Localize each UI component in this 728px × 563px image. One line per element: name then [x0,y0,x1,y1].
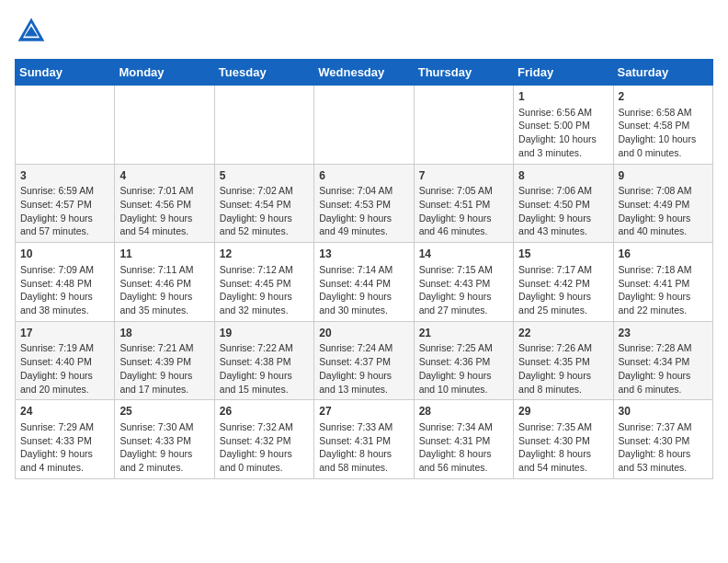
day-info: Sunset: 4:30 PM [619,434,708,448]
calendar-cell: 14Sunrise: 7:15 AMSunset: 4:43 PMDayligh… [414,243,513,322]
day-info: Sunset: 4:31 PM [319,434,408,448]
day-info: Sunset: 4:30 PM [518,434,608,448]
day-info: Daylight: 9 hours and 54 minutes. [119,212,209,238]
calendar-cell: 8Sunrise: 7:06 AMSunset: 4:50 PMDaylight… [514,164,613,243]
day-number: 20 [319,326,408,341]
day-info: Sunrise: 7:11 AM [119,263,209,277]
calendar-cell: 21Sunrise: 7:25 AMSunset: 4:36 PMDayligh… [414,321,513,400]
day-info: Sunset: 4:48 PM [20,277,109,291]
calendar-cell: 18Sunrise: 7:21 AMSunset: 4:39 PMDayligh… [115,321,214,400]
day-info: Sunset: 4:37 PM [319,355,408,369]
day-info: Sunset: 4:39 PM [119,355,209,369]
day-info: Sunrise: 7:33 AM [319,420,408,434]
day-info: Sunrise: 7:28 AM [619,341,708,355]
calendar-cell: 15Sunrise: 7:17 AMSunset: 4:42 PMDayligh… [514,243,613,322]
day-info: Sunrise: 7:32 AM [220,420,309,434]
day-info: Sunset: 4:33 PM [119,434,209,448]
calendar-cell: 5Sunrise: 7:02 AMSunset: 4:54 PMDaylight… [214,164,313,243]
day-info: Daylight: 9 hours and 57 minutes. [20,212,109,238]
day-info: Daylight: 9 hours and 46 minutes. [419,212,508,238]
day-info: Daylight: 8 hours and 53 minutes. [619,447,708,474]
day-info: Sunset: 4:57 PM [20,198,109,212]
calendar-cell: 6Sunrise: 7:04 AMSunset: 4:53 PMDaylight… [314,164,414,243]
day-info: Daylight: 9 hours and 13 minutes. [319,369,408,396]
day-number: 1 [518,89,608,105]
page-header [15,15,713,48]
calendar-cell [414,86,513,165]
day-info: Sunset: 4:41 PM [619,277,708,291]
day-info: Sunset: 5:00 PM [518,119,608,132]
calendar-cell: 4Sunrise: 7:01 AMSunset: 4:56 PMDaylight… [115,164,214,243]
col-header-saturday: Saturday [613,60,712,86]
day-info: Sunset: 4:53 PM [319,198,408,212]
day-info: Sunrise: 7:37 AM [619,420,708,434]
day-info: Sunrise: 7:15 AM [419,263,508,277]
day-info: Sunrise: 7:04 AM [319,184,408,198]
day-info: Sunrise: 7:09 AM [20,263,109,277]
calendar-cell: 29Sunrise: 7:35 AMSunset: 4:30 PMDayligh… [514,400,613,479]
day-info: Sunset: 4:34 PM [619,355,708,369]
day-number: 29 [518,404,608,419]
day-info: Sunset: 4:49 PM [619,198,708,212]
day-number: 10 [20,247,109,262]
day-info: Sunrise: 6:58 AM [619,106,708,120]
day-info: Sunrise: 7:26 AM [518,341,608,355]
day-info: Sunrise: 7:12 AM [220,263,309,277]
day-info: Daylight: 9 hours and 4 minutes. [20,447,109,474]
day-info: Sunrise: 7:02 AM [220,184,309,198]
day-info: Daylight: 9 hours and 38 minutes. [20,290,109,316]
day-info: Daylight: 9 hours and 15 minutes. [220,369,309,396]
calendar-cell: 20Sunrise: 7:24 AMSunset: 4:37 PMDayligh… [314,321,414,400]
day-info: Sunrise: 7:24 AM [319,341,408,355]
calendar-cell: 22Sunrise: 7:26 AMSunset: 4:35 PMDayligh… [514,321,613,400]
day-info: Sunset: 4:38 PM [220,355,309,369]
day-info: Sunset: 4:33 PM [20,434,109,448]
day-info: Daylight: 9 hours and 43 minutes. [518,212,608,238]
day-info: Sunset: 4:54 PM [220,198,309,212]
col-header-tuesday: Tuesday [214,60,313,86]
col-header-thursday: Thursday [414,60,513,86]
day-info: Daylight: 9 hours and 17 minutes. [119,369,209,396]
day-number: 8 [518,168,608,184]
day-info: Daylight: 9 hours and 27 minutes. [419,290,508,316]
calendar-cell: 10Sunrise: 7:09 AMSunset: 4:48 PMDayligh… [16,243,115,322]
calendar-cell: 9Sunrise: 7:08 AMSunset: 4:49 PMDaylight… [613,164,712,243]
day-number: 4 [119,168,209,184]
day-info: Sunset: 4:35 PM [518,355,608,369]
day-info: Sunrise: 7:18 AM [619,263,708,277]
day-number: 7 [419,168,508,184]
day-number: 3 [20,168,109,184]
day-number: 25 [119,404,209,419]
day-info: Sunset: 4:46 PM [119,277,209,291]
calendar-cell: 27Sunrise: 7:33 AMSunset: 4:31 PMDayligh… [314,400,414,479]
day-number: 21 [419,326,508,341]
day-number: 16 [619,247,708,262]
day-info: Sunrise: 7:30 AM [119,420,209,434]
calendar-cell: 1Sunrise: 6:56 AMSunset: 5:00 PMDaylight… [514,86,613,165]
day-info: Sunrise: 7:14 AM [319,263,408,277]
day-info: Daylight: 9 hours and 35 minutes. [119,290,209,316]
day-number: 30 [619,404,708,419]
calendar-cell: 23Sunrise: 7:28 AMSunset: 4:34 PMDayligh… [613,321,712,400]
day-info: Sunrise: 7:08 AM [619,184,708,198]
day-info: Daylight: 9 hours and 52 minutes. [220,212,309,238]
calendar-cell: 7Sunrise: 7:05 AMSunset: 4:51 PMDaylight… [414,164,513,243]
calendar-cell: 30Sunrise: 7:37 AMSunset: 4:30 PMDayligh… [613,400,712,479]
day-number: 6 [319,168,408,184]
calendar-cell: 25Sunrise: 7:30 AMSunset: 4:33 PMDayligh… [115,400,214,479]
day-number: 18 [119,326,209,341]
day-info: Sunrise: 7:35 AM [518,420,608,434]
calendar-cell: 17Sunrise: 7:19 AMSunset: 4:40 PMDayligh… [16,321,115,400]
day-info: Sunset: 4:32 PM [220,434,309,448]
day-number: 26 [220,404,309,419]
logo-icon [15,15,48,48]
col-header-monday: Monday [115,60,214,86]
day-info: Daylight: 9 hours and 6 minutes. [619,369,708,396]
day-info: Sunrise: 7:34 AM [419,420,508,434]
day-info: Sunrise: 7:29 AM [20,420,109,434]
day-info: Sunrise: 7:05 AM [419,184,508,198]
day-info: Daylight: 9 hours and 20 minutes. [20,369,109,396]
day-info: Daylight: 10 hours and 0 minutes. [619,132,708,159]
day-info: Sunset: 4:31 PM [419,434,508,448]
day-info: Sunset: 4:58 PM [619,119,708,132]
